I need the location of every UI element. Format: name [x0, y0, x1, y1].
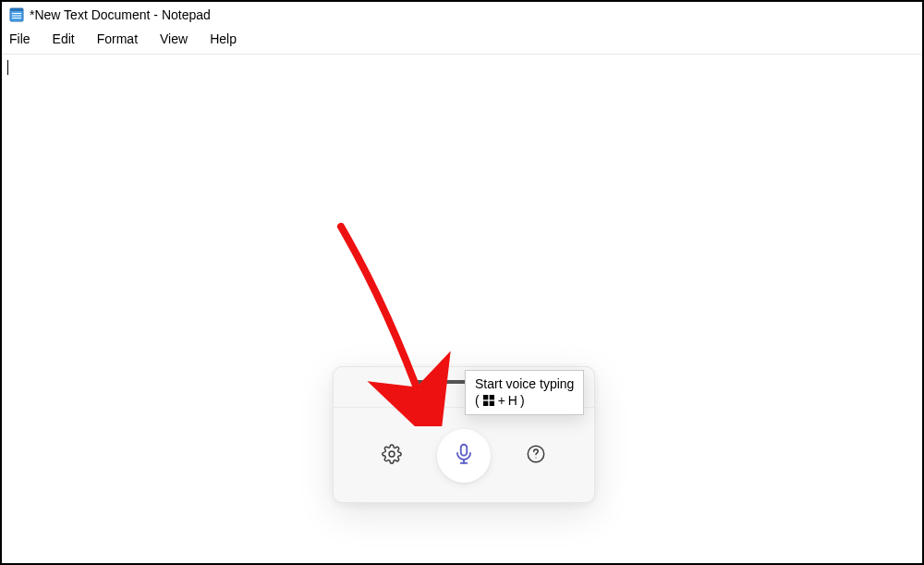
svg-rect-13 [483, 401, 488, 406]
text-caret [7, 60, 8, 75]
tooltip-line2: ( + H ) [475, 393, 574, 410]
svg-point-5 [389, 451, 395, 457]
windows-key-icon [482, 394, 495, 407]
svg-rect-1 [10, 8, 23, 11]
svg-rect-11 [483, 395, 488, 399]
gear-icon [382, 444, 402, 468]
menubar: File Edit Format View Help [2, 28, 922, 55]
window-titlebar: *New Text Document - Notepad [2, 2, 922, 28]
tooltip-line1: Start voice typing [475, 376, 574, 393]
mic-button[interactable] [437, 429, 491, 483]
window-title: *New Text Document - Notepad [30, 7, 211, 22]
menu-help[interactable]: Help [199, 30, 248, 48]
microphone-icon [452, 442, 476, 470]
voice-panel-body [334, 408, 594, 504]
svg-point-10 [535, 457, 536, 458]
menu-view[interactable]: View [149, 30, 199, 48]
tooltip-prefix: ( [475, 393, 480, 410]
tooltip-plus: + [498, 393, 505, 410]
tooltip-key: H [508, 393, 517, 410]
menu-edit[interactable]: Edit [42, 30, 86, 48]
svg-rect-14 [489, 401, 493, 406]
mic-tooltip: Start voice typing ( + H ) [465, 370, 584, 415]
menu-file[interactable]: File [6, 30, 42, 48]
help-button[interactable] [522, 442, 550, 470]
settings-button[interactable] [378, 442, 406, 470]
svg-rect-12 [489, 395, 493, 399]
help-icon [526, 444, 546, 468]
notepad-icon [9, 7, 24, 22]
menu-format[interactable]: Format [86, 30, 149, 48]
tooltip-suffix: ) [520, 393, 525, 410]
svg-rect-6 [461, 445, 468, 456]
